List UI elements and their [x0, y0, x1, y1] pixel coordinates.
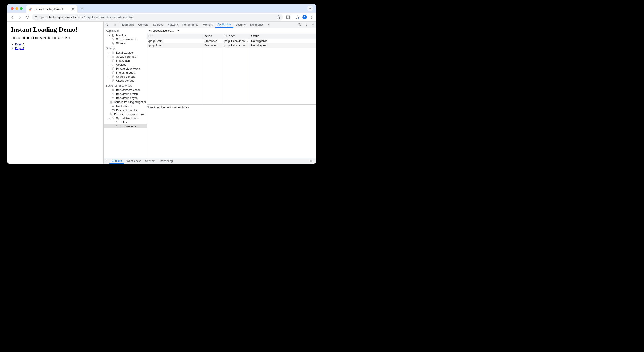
sidebar-item-label: Periodic background sync: [114, 113, 146, 116]
table-icon: [112, 55, 115, 58]
tab-sources[interactable]: Sources: [151, 22, 166, 28]
sidebar-item-label: Rules: [120, 121, 127, 124]
tree-arrow-icon: ▸: [108, 55, 110, 58]
drawer-menu-button[interactable]: [105, 158, 110, 163]
minimize-window-button[interactable]: [16, 7, 18, 10]
page-link[interactable]: Page 3: [15, 46, 24, 50]
drawer-tab-console[interactable]: Console: [110, 158, 124, 163]
sidebar-item-storage[interactable]: Storage: [104, 41, 147, 45]
chevron-down-icon: [309, 7, 312, 10]
table-row[interactable]: /page2.html Prerender page1-document-… N…: [147, 43, 316, 48]
sidebar-item-rules[interactable]: Rules: [104, 120, 147, 124]
inspect-element-button[interactable]: [104, 22, 111, 28]
updown-icon: [115, 121, 118, 124]
sidebar-item-label: Payment handler: [116, 109, 137, 112]
more-tabs-button[interactable]: »: [266, 22, 272, 28]
sidebar-item-label: Manifest: [116, 34, 126, 37]
svg-rect-31: [112, 109, 114, 111]
tab-application[interactable]: Application: [215, 22, 233, 28]
sidebar-item-bounce-tracking-mitigation[interactable]: Bounce tracking mitigation: [104, 100, 147, 104]
url-text: open-chalk-asparagus.glitch.me/page1-doc…: [40, 15, 133, 19]
sidebar-item-background-sync[interactable]: Background sync: [104, 96, 147, 100]
tab-elements[interactable]: Elements: [120, 22, 136, 28]
db-icon: [112, 42, 115, 45]
sidebar-item-label: IndexedDB: [116, 59, 130, 62]
svg-point-14: [306, 25, 306, 26]
sidebar-item-indexeddb[interactable]: IndexedDB: [104, 59, 147, 63]
site-settings-icon[interactable]: [34, 15, 38, 19]
sidebar-item-notifications[interactable]: Notifications: [104, 104, 147, 108]
tab-network[interactable]: Network: [166, 22, 180, 28]
svg-point-13: [306, 24, 306, 25]
address-bar: open-chalk-asparagus.glitch.me/page1-doc…: [7, 13, 316, 22]
sidebar-item-cookies[interactable]: ▸Cookies: [104, 63, 147, 67]
sidebar-item-private-state-tokens[interactable]: Private state tokens: [104, 67, 147, 71]
reload-button[interactable]: [24, 14, 30, 20]
tab-lighthouse[interactable]: Lighthouse: [248, 22, 266, 28]
sidebar-item-label: Private state tokens: [116, 67, 141, 70]
sidebar-item-interest-groups[interactable]: Interest groups: [104, 71, 147, 75]
drawer-tab-sensors[interactable]: Sensors: [143, 158, 158, 163]
device-toolbar-button[interactable]: [111, 22, 118, 28]
tree-arrow-icon: ▸: [108, 51, 110, 54]
sidebar-item-periodic-background-sync[interactable]: Periodic background sync: [104, 112, 147, 116]
sidebar-item-speculative-loads[interactable]: ▼Speculative loads: [104, 116, 147, 120]
device-icon: [112, 23, 116, 26]
devtools-close-button[interactable]: [310, 22, 316, 28]
sidebar-item-speculations[interactable]: Speculations: [104, 124, 147, 128]
page-link[interactable]: Page 2: [15, 42, 24, 46]
devtools-settings-button[interactable]: [296, 22, 303, 28]
sidebar-item-background-fetch[interactable]: Background fetch: [104, 92, 147, 96]
db-icon: [110, 101, 112, 104]
sidebar-item-shared-storage[interactable]: ▸Shared storage: [104, 75, 147, 79]
table-row[interactable]: /page3.html Prerender page1-document-… N…: [147, 39, 316, 43]
sidebar-item-back-forward-cache[interactable]: Back/forward cache: [104, 88, 147, 92]
sidebar-item-payment-handler[interactable]: Payment handler: [104, 108, 147, 112]
tab-memory[interactable]: Memory: [200, 22, 215, 28]
sidebar-item-service-workers[interactable]: Service workers: [104, 37, 147, 41]
extensions-button[interactable]: [286, 15, 290, 20]
forward-button[interactable]: [17, 14, 23, 20]
drawer-close-button[interactable]: [308, 158, 315, 163]
new-tab-button[interactable]: +: [80, 6, 85, 11]
column-action[interactable]: Action: [203, 34, 223, 38]
sidebar-item-label: Background fetch: [116, 93, 138, 96]
sidebar-item-manifest[interactable]: ▸Manifest: [104, 33, 147, 37]
omnibox[interactable]: open-chalk-asparagus.glitch.me/page1-doc…: [32, 14, 283, 20]
column-ruleset[interactable]: Rule set: [223, 34, 250, 38]
page-link-list: Page 2 Page 3: [15, 42, 99, 50]
column-url[interactable]: URL: [147, 34, 203, 38]
db-icon: [112, 75, 115, 78]
labs-button[interactable]: [295, 15, 300, 20]
svg-rect-8: [106, 23, 108, 25]
sidebar-item-session-storage[interactable]: ▸Session storage: [104, 55, 147, 59]
profile-avatar[interactable]: B: [302, 15, 307, 19]
db-icon: [112, 59, 115, 62]
maximize-window-button[interactable]: [20, 7, 22, 10]
back-button[interactable]: [9, 14, 16, 20]
sidebar-item-cache-storage[interactable]: Cache storage: [104, 79, 147, 83]
star-icon[interactable]: [277, 15, 281, 19]
tab-search-button[interactable]: [307, 5, 313, 11]
speculations-filter-dropdown[interactable]: All speculative loa… ▼: [148, 29, 180, 32]
cell-ruleset: page1-document-…: [223, 39, 250, 43]
tab-performance[interactable]: Performance: [180, 22, 201, 28]
svg-point-16: [114, 39, 114, 40]
drawer-tab-rendering[interactable]: Rendering: [158, 158, 175, 163]
sidebar-item-local-storage[interactable]: ▸Local storage: [104, 51, 147, 55]
tab-security[interactable]: Security: [233, 22, 248, 28]
tab-title: Instant Loading Demo!: [34, 7, 71, 11]
devtools-menu-button[interactable]: [303, 22, 310, 28]
browser-tab[interactable]: 🚀 Instant Loading Demo! ✕: [26, 5, 78, 13]
close-window-button[interactable]: [11, 7, 14, 10]
tab-console[interactable]: Console: [136, 22, 151, 28]
menu-button[interactable]: [309, 15, 314, 20]
column-status[interactable]: Status: [250, 34, 316, 38]
sidebar-item-label: Speculations: [120, 125, 136, 128]
application-sidebar: Application▸ManifestService workersStora…: [104, 28, 147, 158]
table-header: URL Action Rule set Status: [147, 34, 316, 39]
puzzle-icon: [286, 15, 290, 19]
close-tab-button[interactable]: ✕: [71, 7, 75, 11]
sidebar-item-label: Service workers: [116, 38, 136, 41]
drawer-tab-whatsnew[interactable]: What's new: [124, 158, 143, 163]
